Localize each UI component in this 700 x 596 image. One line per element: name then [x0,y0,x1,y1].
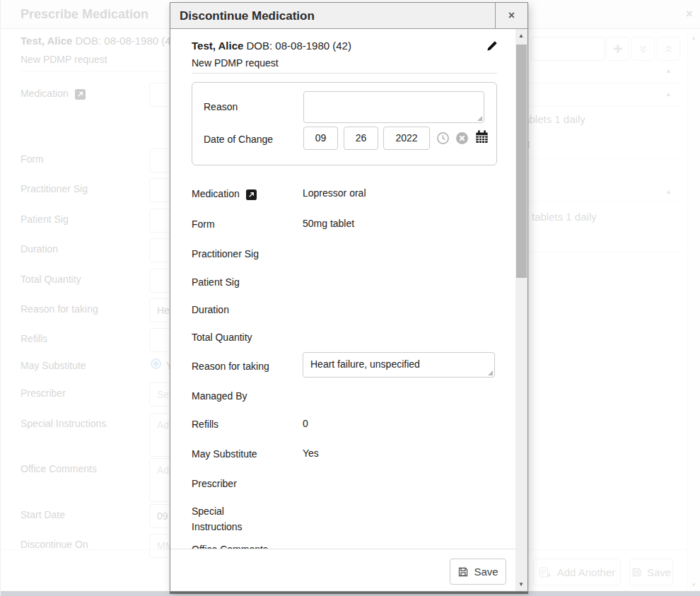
edit-pencil-icon[interactable] [486,40,498,52]
field-label-form: Form [192,216,269,232]
dialog-title: Discontinue Medication [170,3,315,28]
scroll-up-icon[interactable]: ▲ [518,33,524,39]
field-label-special-instructions: Special Instructions [192,503,269,535]
resize-handle[interactable] [477,116,482,121]
external-link-icon[interactable] [246,189,257,200]
resize-handle[interactable] [488,370,493,375]
field-label-reason-for-taking: Reason for taking [192,358,269,374]
clear-date-icon[interactable] [455,132,469,145]
date-day-input[interactable]: 26 [344,127,378,150]
save-floppy-icon [457,566,469,578]
reason-label: Reason [204,101,238,112]
field-label-medication: Medication [192,186,269,201]
field-label-refills: Refills [192,416,269,432]
change-details-box: Reason Date of Change 09 26 2022 [192,82,497,165]
reason-textarea[interactable] [303,91,484,123]
field-label-managed-by: Managed By [192,388,269,404]
dialog-header: Discontinue Medication × [170,3,527,29]
field-label-practitioner-sig: Practitioner Sig [192,246,269,262]
form-value: 50mg tablet [303,218,354,229]
dialog-footer: Save [170,549,515,591]
medication-value: Lopressor oral [303,187,366,199]
field-label-prescriber: Prescriber [192,476,269,491]
field-label-duration: Duration [192,302,269,317]
field-label-patient-sig: Patient Sig [192,274,269,290]
pdmp-note: New PDMP request [192,57,279,69]
refills-value: 0 [303,418,308,429]
scroll-down-icon[interactable]: ▼ [518,581,524,588]
patient-dob: DOB: 08-08-1980 (42) [247,40,351,52]
date-month-input[interactable]: 09 [303,127,338,150]
patient-info: Test, Alice DOB: 08-08-1980 (42) [192,40,351,52]
field-label-total-quantity: Total Quantity [192,329,269,345]
may-substitute-value: Yes [303,448,319,459]
scrollbar-thumb[interactable] [516,45,527,278]
reason-for-taking-textarea[interactable]: Heart failure, unspecified [303,352,495,378]
save-button[interactable]: Save [450,559,506,585]
calendar-icon[interactable] [474,129,489,144]
dialog-scrollbar[interactable]: ▲ ▼ [515,29,527,591]
field-label-may-substitute: May Substitute [192,446,269,462]
divider [192,73,497,74]
date-of-change-label: Date of Change [204,134,273,145]
close-icon[interactable]: × [495,3,527,28]
date-year-input[interactable]: 2022 [383,127,430,150]
discontinue-medication-dialog: Discontinue Medication × Test, Alice DOB… [170,2,528,592]
patient-name: Test, Alice [192,40,243,52]
clock-icon[interactable] [436,132,450,145]
app-window: Prescribe Medication × Test, Alice DOB: … [0,0,700,596]
